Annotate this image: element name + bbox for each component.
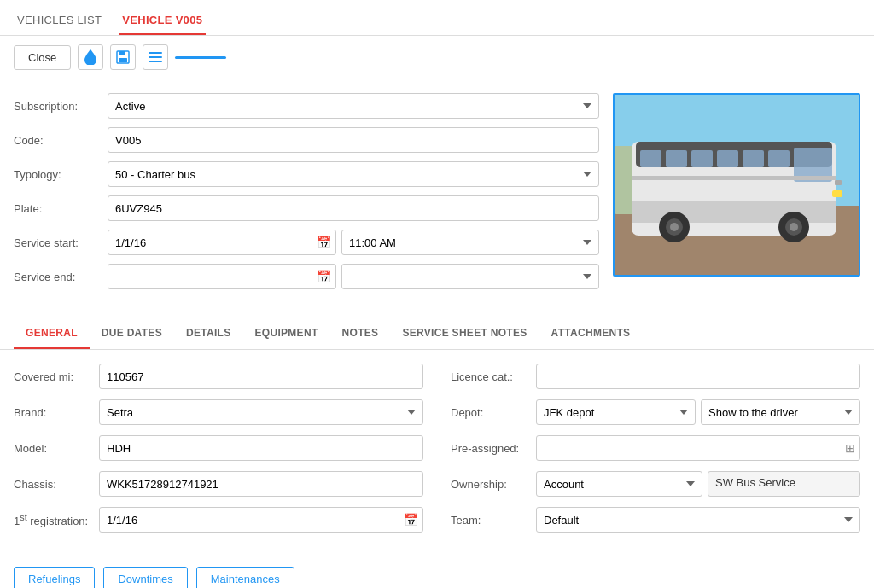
svg-rect-14 <box>691 150 713 167</box>
tab-attachments[interactable]: ATTACHMENTS <box>539 318 643 349</box>
preassigned-row: Pre-assigned: ⊞ <box>451 435 860 461</box>
svg-rect-17 <box>768 150 790 167</box>
depot-select[interactable]: JFK depot <box>536 399 696 425</box>
depot-controls: JFK depot Show to the driver Hide from d… <box>536 399 860 425</box>
typology-label: Typology: <box>14 168 108 181</box>
menu-icon[interactable] <box>143 44 168 70</box>
svg-rect-18 <box>632 176 836 180</box>
save-icon[interactable] <box>110 44 136 70</box>
ownership-select[interactable]: Account Lease Rental <box>536 471 702 497</box>
refuelings-button[interactable]: Refuelings <box>14 567 95 588</box>
tab-details[interactable]: DETAILS <box>174 318 243 349</box>
toolbar: Close <box>0 36 874 79</box>
chassis-label: Chassis: <box>14 478 99 491</box>
bus-image-svg <box>615 95 860 277</box>
ownership-label: Ownership: <box>451 478 536 491</box>
tabs-bar: GENERAL DUE DATES DETAILS EQUIPMENT NOTE… <box>0 318 874 350</box>
ownership-company-text: SW Bus Service <box>708 471 860 497</box>
service-end-date-wrap: 📅 <box>108 264 336 289</box>
show-to-driver-select[interactable]: Show to the driver Hide from driver <box>701 399 860 425</box>
plate-label: Plate: <box>14 202 108 215</box>
svg-rect-15 <box>717 150 738 167</box>
svg-rect-2 <box>119 58 127 62</box>
service-end-row: Service end: 📅 <box>14 264 599 289</box>
downtimes-button[interactable]: Downtimes <box>103 567 187 588</box>
form-section: Subscription: Active Inactive Code: Typo… <box>14 93 599 298</box>
team-select[interactable]: Default Other <box>536 507 860 533</box>
first-reg-label: 1st registration: <box>14 512 99 527</box>
covered-mi-row: Covered mi: <box>14 364 423 389</box>
model-label: Model: <box>14 442 99 455</box>
first-reg-input[interactable] <box>99 507 423 533</box>
brand-row: Brand: Setra Mercedes Volvo <box>14 399 423 425</box>
plate-input[interactable] <box>108 195 599 221</box>
service-start-label: Service start: <box>14 236 108 249</box>
licence-cat-input[interactable] <box>536 364 860 389</box>
typology-select[interactable]: 50 - Charter bus <box>108 161 599 187</box>
model-row: Model: <box>14 435 423 461</box>
covered-mi-input[interactable] <box>99 364 423 389</box>
general-grid: Covered mi: Brand: Setra Mercedes Volvo … <box>14 364 860 543</box>
brand-label: Brand: <box>14 406 99 419</box>
svg-rect-4 <box>149 56 162 58</box>
chassis-input[interactable] <box>99 471 423 497</box>
code-label: Code: <box>14 134 108 147</box>
maintenances-button[interactable]: Maintenances <box>196 567 294 588</box>
main-content: Subscription: Active Inactive Code: Typo… <box>0 79 874 311</box>
licence-cat-label: Licence cat.: <box>451 370 536 383</box>
toolbar-progress-bar <box>175 56 226 59</box>
service-start-date-wrap: 📅 <box>108 230 336 255</box>
svg-point-22 <box>670 223 679 231</box>
droplet-icon[interactable] <box>78 44 103 70</box>
service-start-group: 📅 11:00 AM <box>108 230 599 255</box>
svg-rect-27 <box>835 180 842 185</box>
nav-tab-vehicles-list[interactable]: VEHICLES LIST <box>14 7 105 35</box>
tab-notes[interactable]: NOTES <box>330 318 391 349</box>
service-end-date-input[interactable] <box>108 264 336 289</box>
action-buttons: Refuelings Downtimes Maintenances <box>0 556 874 588</box>
tab-due-dates[interactable]: DUE DATES <box>90 318 174 349</box>
svg-rect-16 <box>743 150 764 167</box>
service-start-date-input[interactable] <box>108 230 336 255</box>
service-end-label: Service end: <box>14 271 108 283</box>
depot-row: Depot: JFK depot Show to the driver Hide… <box>451 399 860 425</box>
svg-rect-26 <box>832 190 842 197</box>
general-left-col: Covered mi: Brand: Setra Mercedes Volvo … <box>14 364 423 543</box>
depot-label: Depot: <box>451 406 536 419</box>
subscription-select[interactable]: Active Inactive <box>108 93 599 119</box>
covered-mi-label: Covered mi: <box>14 370 99 383</box>
ownership-controls: Account Lease Rental SW Bus Service <box>536 471 860 497</box>
svg-point-25 <box>790 223 798 231</box>
tab-service-sheet-notes[interactable]: SERVICE SHEET NOTES <box>390 318 539 349</box>
first-reg-date-wrap: 📅 <box>99 507 423 533</box>
subscription-row: Subscription: Active Inactive <box>14 93 599 119</box>
tab-general[interactable]: GENERAL <box>14 318 90 349</box>
code-row: Code: <box>14 127 599 153</box>
subscription-label: Subscription: <box>14 100 108 113</box>
service-start-time-select[interactable]: 11:00 AM <box>341 230 599 255</box>
team-row: Team: Default Other <box>451 507 860 533</box>
chassis-row: Chassis: <box>14 471 423 497</box>
preassigned-input[interactable] <box>536 435 860 461</box>
typology-row: Typology: 50 - Charter bus <box>14 161 599 187</box>
tab-equipment[interactable]: EQUIPMENT <box>242 318 329 349</box>
service-end-time-select[interactable] <box>341 264 599 289</box>
svg-rect-12 <box>640 150 661 167</box>
licence-cat-row: Licence cat.: <box>451 364 860 389</box>
team-label: Team: <box>451 514 536 527</box>
general-section: Covered mi: Brand: Setra Mercedes Volvo … <box>0 350 874 556</box>
preassigned-wrap: ⊞ <box>536 435 860 461</box>
top-navigation: VEHICLES LIST VEHICLE V005 <box>0 0 874 36</box>
model-input[interactable] <box>99 435 423 461</box>
brand-select[interactable]: Setra Mercedes Volvo <box>99 399 423 425</box>
svg-rect-1 <box>119 51 125 55</box>
close-button[interactable]: Close <box>14 45 71 70</box>
vehicle-image <box>613 93 860 277</box>
general-right-col: Licence cat.: Depot: JFK depot Show to t… <box>451 364 860 543</box>
ownership-row: Ownership: Account Lease Rental SW Bus S… <box>451 471 860 497</box>
code-input[interactable] <box>108 127 599 153</box>
nav-tab-vehicle-v005[interactable]: VEHICLE V005 <box>119 7 206 35</box>
svg-rect-3 <box>149 52 162 54</box>
svg-rect-5 <box>149 61 162 62</box>
service-end-group: 📅 <box>108 264 599 289</box>
